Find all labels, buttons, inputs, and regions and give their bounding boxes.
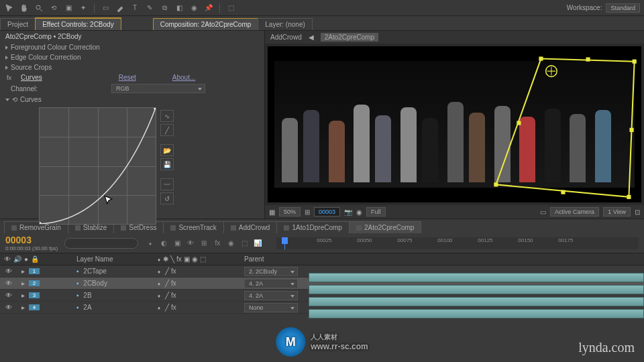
anchor-tool-icon[interactable]: ✦ [78, 3, 89, 13]
hand-tool-icon[interactable] [19, 3, 30, 13]
curve-bezier-icon[interactable]: ∿ [160, 110, 174, 122]
timeline-tab[interactable]: AddCrowd [223, 221, 278, 233]
panel-tabbar: Project Effect Controls: 2CBody Composit… [0, 16, 644, 31]
effect-breadcrumb: Ato2CpreComp • 2CBody [0, 31, 264, 42]
channel-dropdown[interactable]: RGB [111, 84, 205, 93]
effect-item[interactable]: Source Crops [3, 62, 262, 72]
camera-dropdown[interactable]: Active Camera [550, 207, 599, 217]
reset-link[interactable]: Reset [119, 74, 136, 81]
layer-tab[interactable]: Layer: (none) [258, 18, 312, 30]
tl-icon[interactable]: fx [212, 238, 223, 249]
effect-controls-panel: Ato2CpreComp • 2CBody Foreground Colour … [0, 31, 265, 219]
puppet-tool-icon[interactable]: 📌 [203, 3, 214, 13]
snapshot-icon[interactable]: 📷 [344, 208, 352, 216]
frame-field[interactable]: 00003 [314, 207, 340, 217]
quality-dropdown[interactable]: Full [366, 207, 386, 217]
selection-tool-icon[interactable] [4, 3, 15, 13]
zoom-tool-icon[interactable] [34, 3, 44, 13]
pixel-aspect-icon[interactable]: ⊡ [635, 208, 640, 216]
workspace-dropdown[interactable]: Standard [606, 3, 640, 13]
view-icon[interactable]: ▭ [540, 208, 546, 216]
text-tool-icon[interactable]: T [129, 3, 140, 13]
curve-save-icon[interactable]: 💾 [160, 158, 174, 170]
watermark-logo-icon: M [276, 327, 305, 357]
nav-item[interactable]: AddCrowd [270, 34, 302, 41]
roto-tool-icon[interactable]: ◉ [189, 3, 199, 13]
pen-tool-icon[interactable] [115, 3, 125, 13]
svg-rect-6 [627, 195, 631, 199]
brush-tool-icon[interactable]: ✎ [144, 3, 155, 13]
composition-panel: AddCrowd ◀ 2Ato2CpreComp [265, 31, 644, 219]
svg-rect-10 [561, 190, 565, 194]
tl-icon[interactable]: ⬚ [239, 238, 250, 249]
tl-icon[interactable]: ◐ [158, 238, 169, 249]
tl-icon[interactable]: ⊞ [199, 238, 209, 249]
curve-open-icon[interactable]: 📂 [160, 144, 174, 156]
timeline-layer-row[interactable]: 👁▸1 ▪ 2CTape ⬧╱fx 2. 2CBody [0, 265, 644, 278]
eraser-tool-icon[interactable]: ◧ [174, 3, 184, 13]
res-icon[interactable]: ⊞ [305, 208, 310, 216]
shy-icon[interactable]: 👁 [185, 238, 196, 249]
tl-icon[interactable]: ⬧ [145, 238, 156, 249]
shape-tool-icon[interactable]: ▭ [100, 3, 111, 13]
channel-icon[interactable]: ◉ [356, 208, 362, 216]
playhead[interactable] [284, 237, 285, 249]
svg-point-1 [40, 222, 42, 224]
lynda-watermark: lynda.com [578, 340, 635, 355]
timecode[interactable]: 00003 [5, 235, 58, 245]
tl-icon[interactable]: ▣ [172, 238, 182, 249]
graph-editor-icon[interactable]: 📊 [252, 238, 263, 249]
workspace-label: Workspace: [567, 4, 602, 11]
nav-item[interactable]: 2Ato2CpreComp [321, 33, 378, 42]
effect-controls-tab[interactable]: Effect Controls: 2CBody [35, 18, 121, 30]
curve-tools: ∿ ╱ 📂 💾 〰 ↺ [160, 107, 174, 225]
timeline-search[interactable] [64, 238, 138, 249]
composition-tab[interactable]: Composition: 2Ato2CpreComp [153, 18, 259, 30]
camera-tool-icon[interactable]: ▣ [63, 3, 74, 13]
timeline-tab[interactable]: 2Ato2CpreComp [349, 221, 421, 233]
project-tab[interactable]: Project [0, 18, 36, 30]
curve-reset-icon[interactable]: ↺ [160, 192, 174, 204]
viewer-toolbar: ▦ 50% ⊞ 00003 📷 ◉ Full ▭ Active Camera 1… [265, 205, 644, 219]
channel-label: Channel: [11, 85, 38, 93]
clone-tool-icon[interactable]: ⧉ [159, 3, 170, 13]
watermark: M 人人素材 www.rr-sc.com [276, 327, 368, 357]
comp-mini-nav: AddCrowd ◀ 2Ato2CpreComp [265, 31, 644, 44]
timeline-columns: 👁🔊●🔒 Layer Name ⬧✱╲fx▣◉⬚ Parent [0, 253, 644, 265]
composition-viewer[interactable] [268, 46, 641, 202]
svg-point-2 [154, 108, 156, 110]
views-dropdown[interactable]: 1 View [603, 207, 631, 217]
timeline-tab[interactable]: 1Ato1DpreComp [276, 221, 349, 233]
effect-item[interactable]: Edge Colour Correction [3, 52, 262, 62]
about-link[interactable]: About... [172, 74, 195, 81]
main-toolbar: ⟲ ▣ ✦ ▭ T ✎ ⧉ ◧ ◉ 📌 ⬚ Workspace: Standar… [0, 0, 644, 16]
timeline-tab[interactable]: ScreenTrack [163, 221, 223, 233]
curves-effect-header[interactable]: fx Curves Reset About... [3, 72, 262, 82]
snap-icon[interactable]: ⬚ [225, 3, 236, 13]
grid-icon[interactable]: ▦ [269, 208, 275, 216]
rotate-tool-icon[interactable]: ⟲ [48, 3, 59, 13]
curves-subprop[interactable]: ⟲Curves [3, 95, 262, 105]
curves-graph[interactable] [39, 107, 156, 225]
motion-blur-icon[interactable]: ◉ [225, 238, 236, 249]
svg-rect-4 [539, 56, 543, 60]
curve-smooth-icon[interactable]: 〰 [160, 178, 174, 190]
effect-item[interactable]: Foreground Colour Correction [3, 42, 262, 52]
svg-point-0 [36, 5, 40, 9]
curve-linear-icon[interactable]: ╱ [160, 124, 174, 136]
timecode-sub: 0:00:00:03 (30.00 fps) [5, 245, 58, 251]
zoom-dropdown[interactable]: 50% [279, 207, 301, 217]
